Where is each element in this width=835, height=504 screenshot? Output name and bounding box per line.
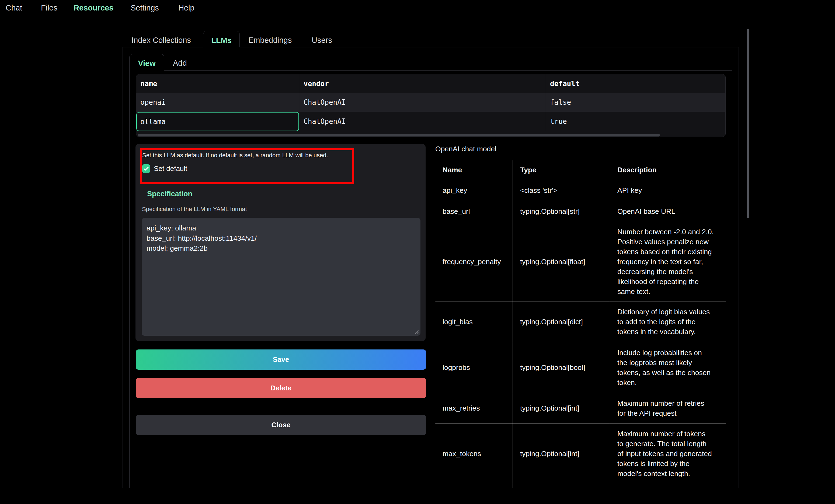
yaml-textarea[interactable]: api_key: ollamabase_url: http://localhos… <box>142 218 421 336</box>
llm-resources-page: Chat Files Resources Settings Help Index… <box>0 0 835 504</box>
doc-area: NameTypeDescription api_key<class 'str'>… <box>431 156 733 488</box>
tab-view[interactable]: View <box>129 54 164 70</box>
tab-llms[interactable]: LLMs <box>203 31 240 47</box>
default-hint: Set this LLM as default. If no default i… <box>140 148 354 184</box>
set-default-checkbox[interactable] <box>142 164 150 173</box>
btn-delete[interactable]: Delete <box>136 378 426 398</box>
tab-add[interactable]: Add <box>173 59 187 68</box>
nav-chat[interactable]: Chat <box>6 4 22 12</box>
llm-form: Set this LLM as default. If no default i… <box>136 144 426 341</box>
tab-index-collections[interactable]: Index Collections <box>131 36 191 45</box>
doc-table: NameTypeDescription api_key<class 'str'>… <box>435 160 726 488</box>
nav-resources[interactable]: Resources <box>74 4 114 12</box>
tab-users[interactable]: Users <box>312 36 332 45</box>
btn-close[interactable]: Close <box>136 415 426 435</box>
nav-files[interactable]: Files <box>41 4 57 12</box>
selected-cell: ollama <box>136 112 299 131</box>
top-nav: Chat Files Resources Settings Help <box>0 0 835 17</box>
row-openai[interactable]: openai ChatOpenAI false <box>136 93 726 112</box>
doc-title: OpenAI chat model <box>435 145 496 153</box>
nav-help[interactable]: Help <box>178 4 195 12</box>
btn-save[interactable]: Save <box>136 350 426 370</box>
page-scrollbar <box>747 29 749 218</box>
llm-table: name vendor default openai ChatOpenAI fa… <box>136 74 726 137</box>
nav-settings[interactable]: Settings <box>130 4 159 12</box>
spec-heading: Specification <box>147 190 192 198</box>
tab-embeddings[interactable]: Embeddings <box>248 36 292 45</box>
llm-table-head: name vendor default <box>136 74 726 93</box>
